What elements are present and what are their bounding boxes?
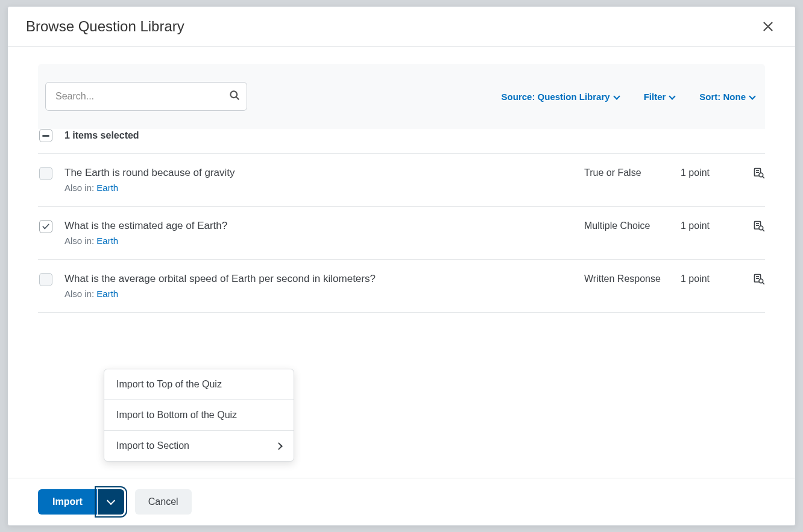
svg-line-3 <box>236 97 239 99</box>
question-title: What is the average orbital speed of Ear… <box>65 273 584 285</box>
filter-group: Source: Question Library Filter Sort: No… <box>502 92 758 102</box>
preview-button[interactable] <box>741 273 765 287</box>
menu-item-label: Import to Bottom of the Quiz <box>116 410 237 421</box>
selection-row: 1 items selected <box>38 129 765 153</box>
search-icon[interactable] <box>228 89 241 104</box>
filter-dropdown[interactable]: Filter <box>644 92 678 102</box>
question-type: Multiple Choice <box>584 220 681 231</box>
svg-line-8 <box>763 177 764 178</box>
close-button[interactable] <box>759 17 777 36</box>
question-checkbox[interactable] <box>39 220 52 233</box>
svg-line-18 <box>763 283 764 284</box>
preview-button[interactable] <box>741 167 765 181</box>
dialog-footer: Import Cancel <box>8 478 795 525</box>
svg-line-13 <box>763 230 764 231</box>
close-icon <box>761 20 775 33</box>
question-row: The Earth is round because of gravity Al… <box>38 154 765 207</box>
also-in-link[interactable]: Earth <box>96 236 118 246</box>
question-title: What is the estimated age of Earth? <box>65 220 584 232</box>
import-options-button[interactable] <box>98 489 124 515</box>
selection-count: 1 items selected <box>65 130 139 141</box>
question-also-in: Also in: Earth <box>65 183 584 193</box>
source-filter[interactable]: Source: Question Library <box>502 92 622 102</box>
toolbar: Source: Question Library Filter Sort: No… <box>38 64 765 129</box>
also-in-label: Also in: <box>65 236 96 246</box>
preview-icon <box>753 273 765 285</box>
question-type: Written Response <box>584 273 681 284</box>
preview-icon <box>753 220 765 232</box>
question-title: The Earth is round because of gravity <box>65 167 584 179</box>
chevron-right-icon <box>275 442 283 450</box>
question-list: The Earth is round because of gravity Al… <box>38 153 765 313</box>
search-input[interactable] <box>46 83 228 110</box>
question-type: True or False <box>584 167 681 178</box>
also-in-link[interactable]: Earth <box>96 183 118 193</box>
question-points: 1 point <box>681 167 741 178</box>
filter-label: Filter <box>644 92 666 102</box>
question-also-in: Also in: Earth <box>65 236 584 246</box>
browse-question-library-dialog: Browse Question Library Source: Question… <box>7 6 796 526</box>
menu-item-label: Import to Section <box>116 440 189 451</box>
sort-label: Sort: None <box>699 92 746 102</box>
question-also-in: Also in: Earth <box>65 289 584 299</box>
chevron-down-icon <box>669 93 678 99</box>
import-menu-item[interactable]: Import to Top of the Quiz <box>104 369 294 400</box>
question-checkbox[interactable] <box>39 167 52 180</box>
import-options-menu: Import to Top of the QuizImport to Botto… <box>104 369 294 462</box>
source-filter-label: Source: Question Library <box>502 92 610 102</box>
sort-dropdown[interactable]: Sort: None <box>699 92 758 102</box>
dialog-title: Browse Question Library <box>26 18 184 35</box>
question-checkbox[interactable] <box>39 273 52 286</box>
cancel-button[interactable]: Cancel <box>135 489 192 515</box>
also-in-label: Also in: <box>65 289 96 299</box>
question-points: 1 point <box>681 220 741 231</box>
question-row: What is the estimated age of Earth? Also… <box>38 207 765 260</box>
menu-item-label: Import to Top of the Quiz <box>116 379 222 390</box>
preview-button[interactable] <box>741 220 765 234</box>
chevron-down-icon <box>614 93 622 99</box>
also-in-link[interactable]: Earth <box>96 289 118 299</box>
import-menu-item[interactable]: Import to Section <box>104 431 294 461</box>
question-points: 1 point <box>681 273 741 284</box>
chevron-down-icon <box>107 496 115 505</box>
dialog-header: Browse Question Library <box>8 7 795 47</box>
chevron-down-icon <box>749 93 758 99</box>
question-row: What is the average orbital speed of Ear… <box>38 260 765 313</box>
preview-icon <box>753 167 765 179</box>
import-button-group: Import <box>38 489 124 515</box>
also-in-label: Also in: <box>65 183 96 193</box>
select-all-checkbox[interactable] <box>39 129 52 142</box>
import-menu-item[interactable]: Import to Bottom of the Quiz <box>104 400 294 431</box>
search-wrap <box>45 82 247 111</box>
import-button[interactable]: Import <box>38 489 97 515</box>
